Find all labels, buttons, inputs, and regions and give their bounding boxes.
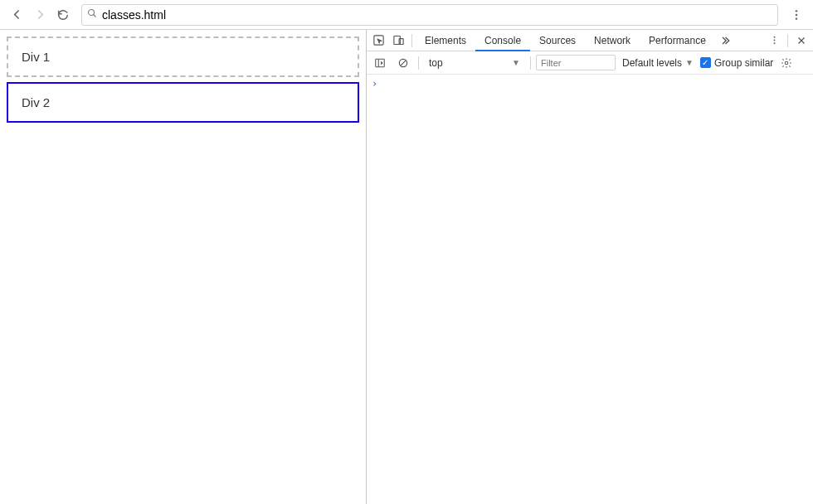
context-selector[interactable]: top ▼ <box>424 55 525 71</box>
group-similar-label: Group similar <box>714 57 773 69</box>
svg-point-17 <box>786 61 789 65</box>
group-similar-checkbox[interactable]: ✓ Group similar <box>700 57 773 69</box>
levels-label: Default levels <box>622 57 682 69</box>
forward-icon[interactable] <box>28 3 51 27</box>
svg-point-0 <box>89 10 95 16</box>
search-icon <box>87 8 97 21</box>
separator <box>787 34 788 47</box>
more-tabs-icon[interactable] <box>715 31 735 51</box>
svg-point-3 <box>796 13 797 15</box>
close-devtools-icon[interactable] <box>791 31 811 51</box>
address-bar[interactable] <box>81 4 778 26</box>
devtools-panel: Elements Console Sources Network Perform… <box>367 30 813 504</box>
tab-network[interactable]: Network <box>585 30 640 51</box>
console-settings-icon[interactable] <box>776 53 796 73</box>
dropdown-icon: ▼ <box>685 58 694 67</box>
div-1: Div 1 <box>7 36 359 77</box>
div-2: Div 2 <box>7 82 359 123</box>
svg-point-8 <box>773 36 775 38</box>
console-body[interactable]: › <box>367 75 813 504</box>
inspect-icon[interactable] <box>368 31 388 51</box>
devtools-menu-icon[interactable] <box>764 31 784 51</box>
tab-performance[interactable]: Performance <box>640 30 715 51</box>
separator <box>530 56 531 70</box>
svg-rect-13 <box>376 59 385 66</box>
separator <box>411 34 412 47</box>
svg-line-1 <box>94 15 96 17</box>
separator <box>418 56 419 70</box>
svg-line-16 <box>401 61 406 65</box>
page-viewport: Div 1 Div 2 <box>0 30 367 504</box>
content-area: Div 1 Div 2 Elements Console Sources Net… <box>0 30 813 504</box>
checkbox-checked-icon: ✓ <box>700 57 711 68</box>
browser-toolbar <box>0 0 813 30</box>
filter-input[interactable] <box>536 55 616 70</box>
device-toggle-icon[interactable] <box>388 31 408 51</box>
svg-point-4 <box>796 17 797 19</box>
svg-point-2 <box>796 10 797 12</box>
reload-icon[interactable] <box>51 3 75 27</box>
sidebar-toggle-icon[interactable] <box>370 53 390 73</box>
menu-icon[interactable] <box>785 3 808 27</box>
tab-console[interactable]: Console <box>475 30 530 51</box>
clear-console-icon[interactable] <box>393 53 413 73</box>
svg-point-10 <box>773 42 775 44</box>
console-toolbar: top ▼ Default levels ▼ ✓ Group similar <box>367 51 813 75</box>
dropdown-icon: ▼ <box>512 58 520 67</box>
log-levels-dropdown[interactable]: Default levels ▼ <box>619 57 697 69</box>
context-label: top <box>429 57 443 69</box>
devtools-tabs: Elements Console Sources Network Perform… <box>367 30 813 51</box>
svg-point-9 <box>773 40 775 41</box>
url-input[interactable] <box>102 8 772 22</box>
tab-elements[interactable]: Elements <box>416 30 475 51</box>
back-icon[interactable] <box>5 3 28 27</box>
console-prompt: › <box>372 78 377 90</box>
tab-sources[interactable]: Sources <box>530 30 585 51</box>
